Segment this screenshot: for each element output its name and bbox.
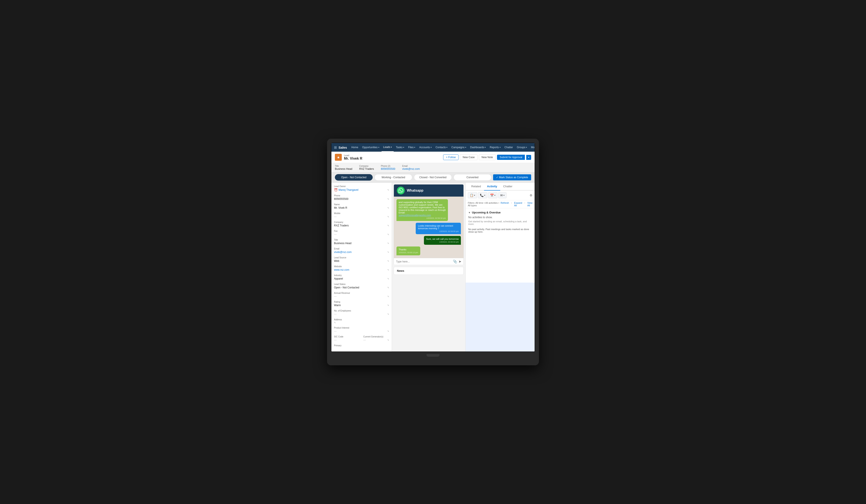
nav-item-files[interactable]: Files ▾: [407, 143, 417, 152]
edit-icon[interactable]: ✎: [387, 295, 389, 298]
edit-icon[interactable]: ✎: [387, 269, 389, 271]
chevron-down-icon: ▾: [465, 146, 466, 148]
whatsapp-text-input[interactable]: [396, 260, 452, 263]
new-case-button[interactable]: New Case: [460, 154, 477, 160]
activity-event-button[interactable]: 📅 ▾: [488, 192, 497, 198]
send-icon[interactable]: ➤: [458, 260, 461, 264]
refresh-link[interactable]: Refresh: [501, 202, 509, 207]
edit-icon[interactable]: ✎: [334, 321, 336, 324]
tab-activity[interactable]: Activity: [484, 183, 500, 191]
edit-icon[interactable]: ✎: [387, 207, 389, 209]
lead-name: Mr. Vivek R: [344, 157, 362, 161]
field-lead-owner: Lead Owner ⏰ Manoj Thangavel ✎: [334, 185, 389, 192]
status-working-contacted[interactable]: Working - Contacted: [375, 174, 412, 181]
news-title: News: [397, 269, 460, 272]
email-value-link[interactable]: vivek@rxz.com: [334, 251, 352, 254]
field-primary: Primary: [334, 344, 389, 347]
edit-icon[interactable]: ✎: [387, 225, 389, 227]
nav-items: Home Opportunities ▾ Leads ▾ Tasks ▾ Fil…: [349, 143, 535, 152]
field-rating: Rating Warm ✎: [334, 301, 389, 307]
right-panel: Related Activity Chatter 📋 ▾ 📞 ▾ 📅: [465, 183, 535, 352]
attachment-icon[interactable]: 📎: [453, 260, 457, 264]
grid-icon[interactable]: ⊞: [334, 145, 337, 149]
nav-item-campaigns[interactable]: Campaigns ▾: [449, 143, 468, 152]
nav-item-groups[interactable]: Groups ▾: [515, 143, 529, 152]
laptop-base: [331, 352, 535, 357]
tab-related[interactable]: Related: [468, 183, 484, 191]
edit-icon[interactable]: ✎: [387, 304, 389, 307]
status-converted[interactable]: Converted: [454, 174, 491, 181]
expand-all-link[interactable]: Expand All: [514, 202, 522, 207]
nav-item-chatter[interactable]: Chatter: [503, 143, 515, 152]
edit-icon[interactable]: ✎: [387, 251, 389, 253]
info-company: Company RXZ Traders: [359, 165, 374, 170]
follow-button[interactable]: + Follow: [443, 154, 458, 160]
lead-icon: ★: [335, 154, 342, 161]
email-icon: ✉: [500, 194, 503, 197]
edit-icon[interactable]: ✎: [387, 278, 389, 280]
nav-item-accounts[interactable]: Accounts ▾: [418, 143, 433, 152]
mark-complete-button[interactable]: ✓ Mark Status as Complete: [493, 174, 531, 180]
nav-item-opportunities[interactable]: Opportunities ▾: [360, 143, 381, 152]
field-lead-status: Lead Status Open - Not Contacted ✎: [334, 283, 389, 290]
field-phone: Phone 8056555500 ✎: [334, 194, 389, 201]
phone-icon: 📞: [480, 194, 484, 197]
field-industry: Industry Apparel ✎: [334, 274, 389, 281]
field-fax: Fax — ✎: [334, 230, 389, 237]
activity-log-button[interactable]: 📋 ▾: [468, 192, 477, 198]
nav-item-leads[interactable]: Leads ▾: [381, 143, 394, 152]
edit-icon[interactable]: ✎: [387, 198, 389, 200]
chevron-down-icon: ▾: [378, 146, 379, 148]
activity-email-button[interactable]: ✉ ▾: [498, 192, 507, 198]
field-no-employees: No. of Employees — ✎: [334, 310, 389, 316]
chat-link[interactable]: support@innovalleyworks.com: [399, 214, 431, 216]
filters-links: Refresh • Expand All • View All: [501, 202, 532, 207]
nav-item-contacts[interactable]: Contacts ▾: [434, 143, 449, 152]
activity-call-button[interactable]: 📞 ▾: [478, 192, 487, 198]
submit-approval-button[interactable]: Submit for Approval: [497, 155, 525, 160]
lead-header-right: + Follow New Case New Note Submit for Ap…: [443, 154, 531, 160]
submit-dropdown-button[interactable]: ▾: [526, 155, 531, 160]
field-company: Company RXZ Traders ✎: [334, 221, 389, 228]
field-mobile: Mobile — ✎: [334, 212, 389, 219]
navigation-bar: ⊞ Sales Home Opportunities ▾ Leads ▾ Tas…: [331, 143, 535, 152]
website-link[interactable]: www.rxz.com: [334, 268, 349, 271]
nav-item-home[interactable]: Home: [349, 143, 360, 152]
chevron-down-icon: ▾: [446, 146, 447, 148]
new-note-button[interactable]: New Note: [479, 154, 496, 160]
settings-icon[interactable]: ⚙: [530, 194, 532, 197]
nav-item-more[interactable]: More ▾: [529, 143, 535, 152]
field-row-sic-primary: SIC Code — Current Generator(s) — ✎: [334, 335, 389, 344]
edit-icon[interactable]: ✎: [387, 339, 389, 341]
activity-bottom-section: [466, 283, 535, 352]
whatsapp-panel: Whatsapp and supporting globally for the…: [394, 184, 464, 265]
chevron-down-icon: ▾: [503, 194, 504, 196]
activity-content: ▼ Upcoming & Overdue No activities to sh…: [466, 208, 535, 283]
edit-icon[interactable]: ✎: [387, 286, 389, 289]
app-logo[interactable]: Sales: [338, 146, 347, 149]
nav-item-reports[interactable]: Reports ▾: [488, 143, 502, 152]
lead-owner-link[interactable]: Manoj Thangavel: [338, 188, 358, 192]
chat-message-sent-dark: Sure, we will call you tomorrow 1/3/2023…: [424, 236, 461, 245]
edit-icon[interactable]: ✎: [387, 330, 389, 332]
chevron-down-icon: ▾: [526, 146, 527, 148]
edit-icon[interactable]: ✎: [387, 242, 389, 244]
lead-info-bar: Title Business Head Company RXZ Traders …: [331, 163, 535, 172]
edit-icon[interactable]: ✎: [387, 189, 389, 191]
chevron-down-icon: ▾: [484, 194, 485, 196]
status-closed-not-converted[interactable]: Closed - Not Converted: [414, 174, 452, 181]
nav-item-dashboards[interactable]: Dashboards ▾: [468, 143, 488, 152]
chat-message-thanks: Thanks 1/3/2023, 03:00:13 pm: [397, 247, 420, 255]
nav-item-tasks[interactable]: Tasks ▾: [394, 143, 406, 152]
phone-link[interactable]: 8056555500: [381, 168, 396, 170]
view-all-link[interactable]: View All: [527, 202, 532, 207]
email-link[interactable]: vivek@rxz.com: [402, 168, 420, 170]
edit-icon[interactable]: ✎: [387, 233, 389, 236]
edit-icon[interactable]: ✎: [387, 216, 389, 218]
status-open-not-contacted[interactable]: Open - Not Contacted: [335, 174, 373, 181]
lead-header: ★ Lead Mr. Vivek R + Follow New Case New…: [331, 152, 535, 163]
edit-icon[interactable]: ✎: [387, 313, 389, 316]
edit-icon[interactable]: ✎: [387, 260, 389, 262]
tab-chatter[interactable]: Chatter: [500, 183, 515, 191]
lead-owner-icon: ⏰: [334, 188, 338, 192]
